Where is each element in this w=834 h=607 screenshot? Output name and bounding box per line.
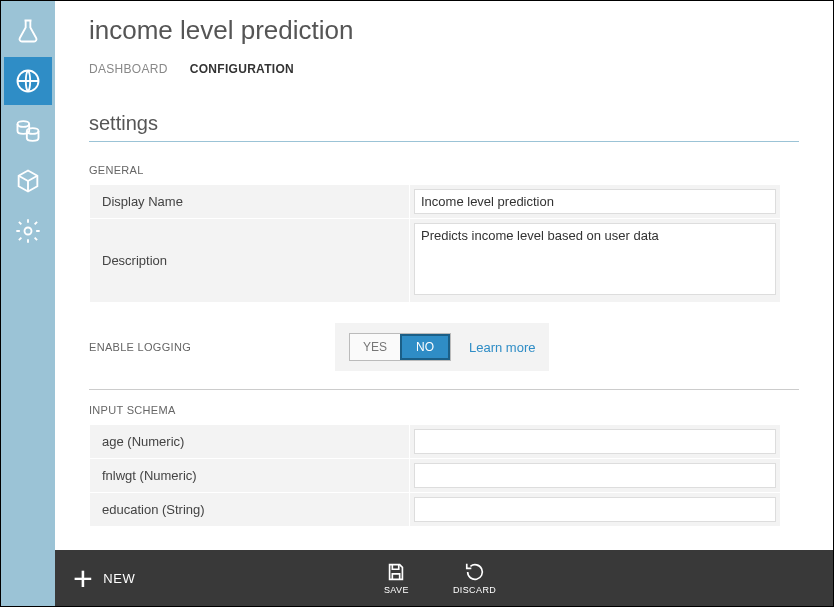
svg-point-1 <box>18 121 30 127</box>
save-label: SAVE <box>384 585 409 595</box>
logging-toggle: YES NO <box>349 333 451 361</box>
divider <box>89 389 799 390</box>
section-input-schema-label: INPUT SCHEMA <box>89 404 799 416</box>
sidebar-item-datasets[interactable] <box>4 107 52 155</box>
description-input[interactable]: Predicts income level based on user data <box>414 223 776 295</box>
sidebar-item-models[interactable] <box>4 157 52 205</box>
display-name-input[interactable] <box>414 189 776 214</box>
footer: + NEW SAVE <box>55 550 833 606</box>
display-name-label: Display Name <box>90 185 410 219</box>
sidebar-item-experiments[interactable] <box>4 7 52 55</box>
sidebar-item-web-services[interactable] <box>4 57 52 105</box>
divider <box>89 141 799 142</box>
svg-point-3 <box>25 228 32 235</box>
save-button[interactable]: SAVE <box>384 561 409 595</box>
tab-configuration[interactable]: CONFIGURATION <box>190 62 294 76</box>
globe-icon <box>14 67 42 95</box>
general-table: Display Name Description Predicts income… <box>89 184 781 303</box>
database-icon <box>14 117 42 145</box>
tabs: DASHBOARD CONFIGURATION <box>89 62 799 76</box>
sidebar-item-settings[interactable] <box>4 207 52 255</box>
learn-more-link[interactable]: Learn more <box>469 340 535 355</box>
plus-icon: + <box>73 561 93 595</box>
discard-label: DISCARD <box>453 585 496 595</box>
schema-field-label: education (String) <box>90 493 410 527</box>
description-label: Description <box>90 219 410 303</box>
toggle-yes[interactable]: YES <box>350 334 400 360</box>
schema-field-input[interactable] <box>414 429 776 454</box>
section-general-label: GENERAL <box>89 164 799 176</box>
save-icon <box>385 561 407 583</box>
tab-dashboard[interactable]: DASHBOARD <box>89 62 168 76</box>
table-row: age (Numeric) <box>90 425 781 459</box>
discard-button[interactable]: DISCARD <box>453 561 496 595</box>
enable-logging-label: ENABLE LOGGING <box>89 341 335 353</box>
table-row: education (String) <box>90 493 781 527</box>
cube-icon <box>14 167 42 195</box>
new-button[interactable]: + NEW <box>73 561 135 595</box>
flask-icon <box>14 17 42 45</box>
settings-heading: settings <box>89 112 799 135</box>
new-label: NEW <box>103 571 135 586</box>
gear-icon <box>14 217 42 245</box>
toggle-no[interactable]: NO <box>400 334 450 360</box>
schema-field-label: fnlwgt (Numeric) <box>90 459 410 493</box>
input-schema-table: age (Numeric) fnlwgt (Numeric) education… <box>89 424 781 527</box>
sidebar <box>1 1 55 606</box>
table-row: fnlwgt (Numeric) <box>90 459 781 493</box>
schema-field-input[interactable] <box>414 463 776 488</box>
page-title: income level prediction <box>89 15 799 46</box>
schema-field-label: age (Numeric) <box>90 425 410 459</box>
schema-field-input[interactable] <box>414 497 776 522</box>
discard-icon <box>464 561 486 583</box>
